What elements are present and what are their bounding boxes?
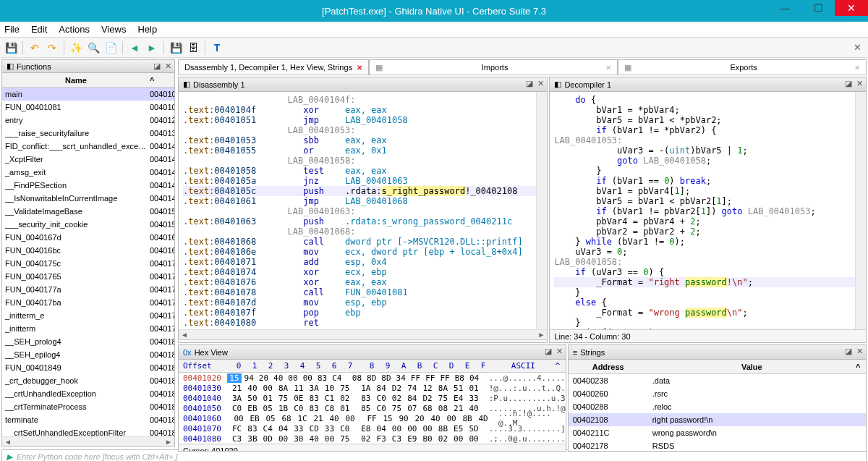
- strings-list[interactable]: 00400238.data00400260.rsrc00400288.reloc…: [569, 374, 866, 451]
- menu-help[interactable]: Help: [137, 24, 157, 35]
- tab-close-icon[interactable]: ✕: [605, 64, 611, 72]
- functions-title: Functions: [17, 62, 51, 71]
- string-row[interactable]: 0040211Cwrong password\n: [569, 426, 866, 439]
- function-row[interactable]: _amsg_exit004014: [2, 166, 174, 179]
- disasm-status: Address: 0x0040105C: [179, 339, 547, 342]
- menu-views[interactable]: Views: [101, 24, 126, 35]
- minimize-button[interactable]: —: [768, 0, 801, 16]
- function-row[interactable]: __ValidateImageBase004015: [2, 205, 174, 218]
- window-title: [PatchTest.exe] - Ghidra Native UI - Cer…: [322, 6, 546, 17]
- string-row[interactable]: 00402178RSDS: [569, 439, 866, 451]
- toolbar-close-icon[interactable]: ✕: [851, 41, 864, 54]
- strings-col-val[interactable]: Value: [648, 363, 856, 371]
- nav-fwd-icon[interactable]: ►: [144, 40, 160, 56]
- tab-2[interactable]: ▦Exports✕: [618, 59, 867, 75]
- decomp-scrollbar[interactable]: [855, 92, 866, 329]
- wand-icon[interactable]: ✨: [68, 40, 84, 56]
- type-icon[interactable]: T: [209, 40, 225, 56]
- menubar: FileEditActionsViewsHelp: [0, 22, 868, 38]
- function-row[interactable]: _XcptFilter004014: [2, 153, 174, 166]
- tab-1[interactable]: ▦Imports✕: [369, 59, 618, 75]
- string-row[interactable]: 00400260.rsrc: [569, 387, 866, 400]
- function-row[interactable]: __FindPESection004014: [2, 179, 174, 192]
- function-row[interactable]: __SEH_prolog4004018: [2, 335, 174, 348]
- function-row[interactable]: ___raise_securityfailure004013: [2, 127, 174, 140]
- function-row[interactable]: __SEH_epilog4004018: [2, 348, 174, 361]
- titlebar: [PatchTest.exe] - Ghidra Native UI - Cer…: [0, 0, 868, 22]
- string-row[interactable]: 00402108right password!\n: [569, 413, 866, 426]
- function-row[interactable]: FUN_0040175c004017: [2, 257, 174, 270]
- function-row[interactable]: FUN_00401765004017: [2, 270, 174, 283]
- maximize-button[interactable]: ☐: [801, 0, 835, 16]
- function-row[interactable]: _initterm004017: [2, 322, 174, 335]
- grid-icon: ▦: [375, 63, 384, 72]
- string-row[interactable]: 00400238.data: [569, 374, 866, 387]
- hex-row[interactable]: 0040106000EB05681C214000FF15902040008B4D…: [179, 413, 566, 423]
- hex-row[interactable]: 00401070FC83C40433CD33C0E8040000008BE55D…: [179, 423, 566, 433]
- tab-close-icon[interactable]: ✕: [854, 64, 860, 72]
- function-row[interactable]: FUN_004017ba004017: [2, 296, 174, 309]
- hex-status: Cursor: 401020: [179, 444, 566, 451]
- redo-icon[interactable]: ↷: [44, 40, 60, 56]
- hex-view[interactable]: 0040102015942040000083C4088D8D34FFFFFFB8…: [179, 373, 566, 444]
- function-row[interactable]: terminate004018: [2, 413, 174, 426]
- disasm-scrollbar[interactable]: [536, 92, 547, 329]
- menu-file[interactable]: File: [4, 24, 20, 35]
- decompiler-view[interactable]: do { bVar1 = *pbVar4; bVar5 = bVar1 < *p…: [550, 92, 866, 329]
- grid-icon: ▦: [624, 63, 633, 72]
- menu-edit[interactable]: Edit: [31, 24, 47, 35]
- hex-row[interactable]: 004010302140008A113A10751A84D274128A5101…: [179, 383, 566, 393]
- save2-icon[interactable]: 💾: [168, 40, 184, 56]
- functions-list[interactable]: main004010FUN_00401081004010entry004012_…: [2, 88, 174, 436]
- functions-panel-title: ◧ Functions ◪✕: [2, 60, 174, 73]
- function-row[interactable]: __crtUnhandledException004018: [2, 387, 174, 400]
- menu-actions[interactable]: Actions: [59, 24, 90, 35]
- hex-row[interactable]: 00401080C33B0D003040007502F3C3E9B0020000…: [179, 433, 566, 444]
- string-row[interactable]: 00400288.reloc: [569, 400, 866, 413]
- hex-row[interactable]: 0040102015942040000083C4088D8D34FFFFFFB8…: [179, 373, 566, 383]
- tab-0[interactable]: Dsassembly 1, Decompiler 1, Hex View, St…: [178, 59, 369, 75]
- hex-panel-title: 0x Hex View ◪✕: [179, 345, 566, 360]
- function-row[interactable]: FUN_0040167d004016: [2, 231, 174, 244]
- db-icon[interactable]: 🗄: [185, 40, 201, 56]
- function-row[interactable]: FUN_0040177a004017: [2, 283, 174, 296]
- function-row[interactable]: FUN_00401849004018: [2, 361, 174, 374]
- function-row[interactable]: __crtTerminateProcess004018: [2, 400, 174, 413]
- functions-col-name[interactable]: Name: [2, 76, 150, 85]
- function-row[interactable]: __crtSetUnhandledExceptionFilter004018: [2, 426, 174, 436]
- function-row[interactable]: ___security_init_cookie004015: [2, 218, 174, 231]
- hex-row[interactable]: 004010403A5001750E83C10283C00284D275E433…: [179, 393, 566, 403]
- decomp-status: Line: 34 - Column: 30: [550, 329, 866, 342]
- snippet-icon[interactable]: 📄: [103, 40, 119, 56]
- strings-col-addr[interactable]: Address: [569, 363, 648, 371]
- toolbar: 💾 ↶ ↷ ✨ 🔍 📄 ◄ ► 💾 🗄 T ✕: [0, 38, 868, 58]
- function-row[interactable]: entry004012: [2, 114, 174, 127]
- function-row[interactable]: _initterm_e004017: [2, 309, 174, 322]
- undo-icon[interactable]: ↶: [27, 40, 43, 56]
- search-icon[interactable]: 🔍: [85, 40, 101, 56]
- panel-close-icon[interactable]: ✕: [165, 62, 171, 71]
- function-row[interactable]: FUN_00401081004010: [2, 101, 174, 114]
- disassembly-view[interactable]: LAB_0040104f: .text:0040104f xor eax, ea…: [179, 92, 547, 329]
- function-row[interactable]: _crt_debugger_hook004018: [2, 374, 174, 387]
- function-row[interactable]: FID_conflict:___scrt_unhandled_exceptio.…: [2, 140, 174, 153]
- function-row[interactable]: main004010: [2, 88, 174, 101]
- panel-float-icon[interactable]: ◪: [153, 62, 161, 71]
- nav-back-icon[interactable]: ◄: [127, 40, 142, 56]
- strings-panel-title: ≡ Strings ◪✕: [569, 345, 866, 360]
- function-row[interactable]: FUN_004016bc004016: [2, 244, 174, 257]
- decompiler-panel-title: ◧ Decompiler 1 ◪✕: [550, 77, 866, 92]
- function-row[interactable]: __IsNonwritableInCurrentImage004014: [2, 192, 174, 205]
- functions-col-caret[interactable]: ^: [150, 76, 174, 85]
- close-button[interactable]: ✕: [835, 0, 868, 16]
- tabbar: Dsassembly 1, Decompiler 1, Hex View, St…: [178, 59, 867, 75]
- disasm-panel-title: ◧ Disassembly 1 ◪✕: [179, 77, 547, 92]
- save-icon[interactable]: 💾: [3, 40, 19, 56]
- tab-close-icon[interactable]: ✕: [357, 64, 362, 72]
